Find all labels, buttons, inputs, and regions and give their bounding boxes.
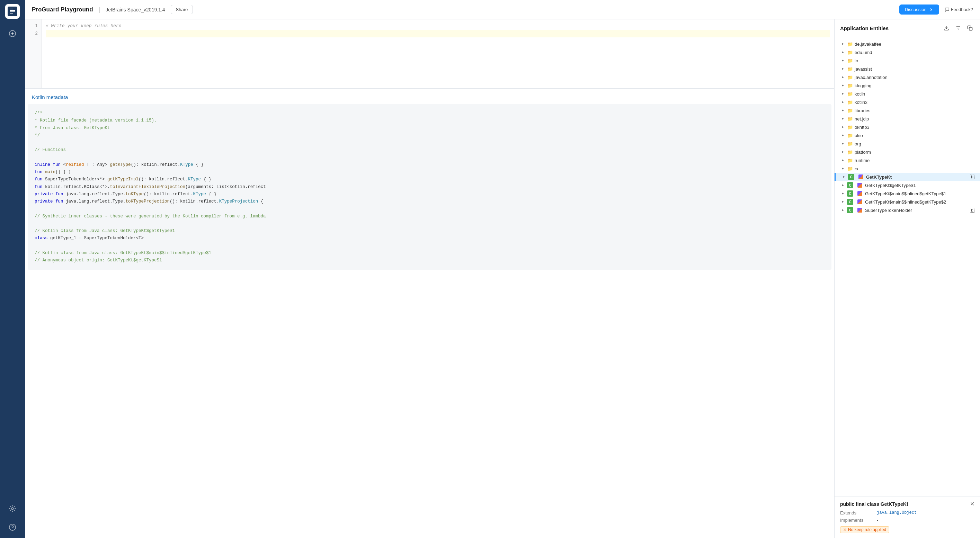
tree-label: javassist [854, 67, 974, 71]
tree-arrow [840, 199, 846, 205]
tree-item-net-jcip[interactable]: 📁 net.jcip [835, 114, 980, 123]
keep-rules-editor[interactable]: 1 2 # Write your keep rules here [25, 19, 834, 89]
feedback-icon [945, 7, 950, 12]
tree-item-io[interactable]: 📁 io [835, 56, 980, 65]
tree-item-javax-annotation[interactable]: 📁 javax.annotation [835, 73, 980, 81]
code-blank3 [35, 205, 824, 213]
line-num-1: 1 [25, 22, 41, 30]
tree-label: io [854, 58, 974, 63]
class-badge-c: C [847, 199, 853, 205]
tree-item-platform[interactable]: 📁 platform [835, 148, 980, 156]
kotlin-icon [858, 191, 862, 196]
code-blank2 [35, 154, 824, 161]
detail-implements-row: Implements - [840, 517, 974, 523]
no-keep-badge[interactable]: ✕ No keep rule applied [840, 526, 889, 533]
tree-item-kotlin[interactable]: 📁 kotlin [835, 90, 980, 98]
tree-item-getkTypekt[interactable]: C GetKTypeKt 🇰 [835, 173, 980, 181]
right-panel-title: Application Entities [840, 25, 939, 31]
tree-item-libraries[interactable]: 📁 libraries [835, 106, 980, 114]
tree-arrow [840, 191, 846, 196]
tree-item-okhttp3[interactable]: 📁 okhttp3 [835, 123, 980, 131]
tree-item-getktype1[interactable]: C GetKTypeKt$getKType$1 [835, 181, 980, 189]
code-line-comment3: * From Java class: GetKTypeKt [35, 125, 824, 132]
tree-item-org[interactable]: 📁 org [835, 140, 980, 148]
tree-arrow [840, 157, 846, 163]
detail-title: public final class GetKTypeKt [840, 501, 974, 507]
folder-icon: 📁 [847, 165, 853, 172]
sidebar-settings-icon[interactable] [6, 502, 19, 515]
editor-text-area[interactable]: # Write your keep rules here [41, 19, 834, 88]
detail-extends-row: Extends java.lang.Object [840, 510, 974, 516]
discussion-button[interactable]: Discussion [899, 5, 939, 14]
detail-close-button[interactable]: ✕ [968, 500, 976, 508]
svg-marker-28 [843, 176, 845, 178]
tree-item-getktype-main2[interactable]: C GetKTypeKt$main$$inlined$getKType$2 [835, 198, 980, 206]
tree-label: SuperTypeTokenHolder [865, 208, 967, 213]
feedback-button[interactable]: Feedback? [945, 7, 973, 12]
code-blank1 [35, 139, 824, 146]
folder-icon: 📁 [847, 107, 853, 114]
code-line-class: class getKType_1 : SuperTypeTokenHolder<… [35, 235, 824, 242]
implements-value: - [877, 517, 878, 523]
kotlin-metadata-section: Kotlin metadata /** * Kotlin file facade… [25, 89, 834, 538]
svg-marker-22 [842, 126, 844, 128]
sidebar [0, 0, 25, 538]
tree-arrow [840, 58, 846, 63]
code-kotlin-class-comment1: // Kotlin class from Java class: GetKTyp… [35, 227, 824, 235]
svg-marker-20 [842, 110, 844, 111]
class-badge-c: C [847, 190, 853, 197]
tree-item-edu-umd[interactable]: 📁 edu.umd [835, 48, 980, 56]
folder-icon: 📁 [847, 41, 853, 47]
class-badge-c: C [847, 182, 853, 188]
tree-item-kotlinx[interactable]: 📁 kotlinx [835, 98, 980, 106]
tree-arrow [840, 41, 846, 47]
tree-item-rx[interactable]: 📁 rx [835, 165, 980, 173]
code-line-supertypetoken: fun SuperTypeTokenHolder<*>.getKTypeImpl… [35, 176, 824, 183]
svg-point-4 [11, 508, 13, 509]
tree-item-de-javakaffee[interactable]: 📁 de.javakaffee [835, 40, 980, 48]
discussion-label: Discussion [905, 7, 927, 12]
share-button[interactable]: Share [171, 5, 193, 14]
folder-icon: 📁 [847, 99, 853, 105]
tree-arrow [840, 99, 846, 105]
entity-tree: 📁 de.javakaffee 📁 edu.umd 📁 io 📁 javass [835, 37, 980, 496]
svg-marker-17 [842, 84, 844, 87]
editor-panel: 1 2 # Write your keep rules here Kotlin … [25, 19, 835, 538]
kotlin-icon [858, 199, 862, 204]
code-blank4 [35, 220, 824, 227]
copy-icon[interactable] [966, 24, 974, 33]
folder-icon: 📁 [847, 157, 853, 163]
code-line-comment4: */ [35, 132, 824, 139]
main-container: ProGuard Playground | JetBrains Space_v2… [25, 0, 980, 538]
sidebar-help-icon[interactable] [6, 521, 19, 534]
tree-arrow [840, 207, 846, 213]
svg-marker-26 [842, 159, 844, 161]
tree-item-supertypetokenholder[interactable]: C SuperTypeTokenHolder 🇰 [835, 206, 980, 214]
tree-item-getktype-main1[interactable]: C GetKTypeKt$main$$inlined$getKType$1 [835, 189, 980, 198]
export-icon[interactable] [942, 24, 951, 33]
tree-label: okhttp3 [854, 125, 974, 130]
editor-empty-line [46, 30, 830, 37]
folder-icon: 📁 [847, 141, 853, 147]
sidebar-add-icon[interactable] [6, 27, 19, 40]
tree-item-okio[interactable]: 📁 okio [835, 131, 980, 140]
tree-item-javassist[interactable]: 📁 javassist [835, 65, 980, 73]
folder-icon: 📁 [847, 91, 853, 97]
svg-marker-27 [842, 168, 844, 170]
svg-marker-14 [842, 60, 844, 62]
tree-item-runtime[interactable]: 📁 runtime [835, 156, 980, 165]
tree-label: net.jcip [854, 116, 974, 122]
tree-label: klogging [854, 83, 974, 88]
kotlin-metadata-title: Kotlin metadata [25, 94, 834, 104]
app-logo[interactable] [5, 4, 20, 19]
tree-label: GetKTypeKt$main$$inlined$getKType$2 [865, 199, 974, 205]
tree-arrow [840, 149, 846, 155]
tree-label: edu.umd [854, 50, 974, 55]
tree-arrow [840, 75, 846, 80]
filter-icon[interactable] [954, 24, 963, 33]
code-kotlin-class-comment2: // Kotlin class from Java class: GetKTyp… [35, 250, 824, 257]
tree-item-klogging[interactable]: 📁 klogging [835, 81, 980, 90]
code-block: /** * Kotlin file facade (metadata versi… [28, 104, 832, 270]
tree-arrow [840, 141, 846, 146]
svg-marker-30 [842, 192, 844, 195]
